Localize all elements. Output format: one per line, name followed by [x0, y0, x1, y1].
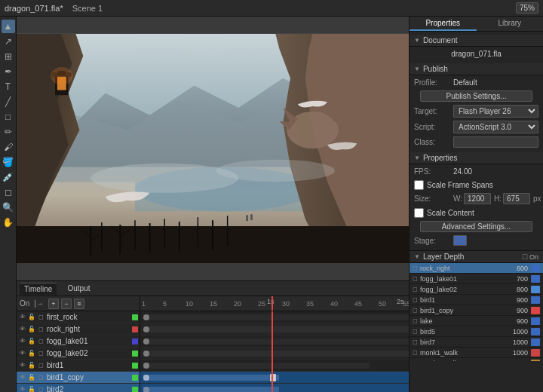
layer-depth-on-label: On [529, 253, 538, 261]
publish-label: Publish [423, 65, 448, 73]
layer-depth-color [531, 317, 540, 325]
layer-depth-row[interactable]: ◻ bird7 1000 [410, 337, 543, 348]
scene-label: Scene 1 [72, 4, 103, 13]
properties-section-header[interactable]: ▼ Properties [410, 152, 543, 164]
tab-library[interactable]: Library [477, 17, 544, 31]
brush-tool[interactable]: 🖌 [2, 140, 15, 154]
stage-color-label: Stage: [414, 237, 453, 245]
advanced-settings-btn[interactable]: Advanced Settings... [420, 221, 532, 232]
layer-depth-name: rock_right [420, 265, 499, 272]
layer-depth-section: ▼ Layer Depth ☐ On ◻ rock_right 600 ◻ fo… [410, 250, 543, 361]
height-input[interactable] [503, 193, 530, 204]
layer-depth-color [531, 360, 540, 362]
layer-depth-value: 1000 [499, 349, 528, 357]
layer-depth-row[interactable]: ◻ lake 900 [410, 316, 543, 326]
pen-tool[interactable]: ✒ [2, 65, 15, 78]
scale-frame-label: Scale Frame Spans [427, 181, 493, 189]
scale-content-checkbox[interactable] [414, 208, 424, 218]
width-input[interactable] [464, 193, 491, 204]
zoom-tool[interactable]: 🔍 [2, 201, 15, 214]
layer-row[interactable]: 👁 🔓 ◻ fogg_lake01 [17, 335, 140, 348]
layer-depth-icon: ◻ [413, 328, 420, 335]
paint-bucket-tool[interactable]: 🪣 [2, 155, 15, 169]
layer-row[interactable]: 👁 🔓 ◻ first_rock [17, 311, 140, 323]
layer-depth-color [531, 265, 540, 272]
tab-timeline[interactable]: Timeline [20, 283, 57, 295]
layer-depth-name: fogg_lake02 [420, 286, 499, 293]
layer-sep: |→ [34, 299, 44, 308]
scale-content-row: Scale Content [410, 206, 543, 219]
zoom-level[interactable]: 75% [516, 2, 538, 14]
frames-content [140, 311, 409, 392]
layer-depth-row[interactable]: ◻ monk1_walk 1000 [410, 348, 543, 358]
width-label: W: [453, 194, 462, 203]
eyedropper-tool[interactable]: 💉 [2, 170, 15, 184]
timeline-area: Timeline Output On |→ + − ≡ [17, 280, 409, 392]
layer-depth-name: bird1 [420, 296, 499, 304]
transform-tool[interactable]: ⊞ [2, 50, 15, 63]
layer-depth-color [531, 296, 540, 304]
right-tabs: Properties Library [410, 17, 543, 32]
pencil-tool[interactable]: ✏ [2, 125, 15, 139]
layer-depth-name: bird7 [420, 338, 499, 346]
eraser-tool[interactable]: ◻ [2, 185, 15, 199]
publish-section-header[interactable]: ▼ Publish [410, 63, 543, 75]
target-row: Target: Flash Player 26 [410, 103, 543, 119]
stage-color-swatch[interactable] [453, 235, 467, 246]
layer-depth-row[interactable]: ◻ bird1 900 [410, 295, 543, 305]
profile-value: Default [453, 78, 538, 87]
delete-layer-btn[interactable]: − [61, 299, 72, 309]
layer-depth-icon: ◻ [413, 265, 420, 271]
layer-depth-row[interactable]: ◻ fogg_lake01 700 [410, 274, 543, 284]
layer-row[interactable]: 👁 🔓 ◻ bird2 [17, 384, 140, 392]
subselect-tool[interactable]: ↗ [2, 35, 15, 48]
layer-depth-row[interactable]: ◻ rock_right 600 [410, 263, 543, 274]
fps-row: FPS: 24.00 [410, 164, 543, 178]
advanced-settings-row: Advanced Settings... [410, 219, 543, 234]
playhead-marker[interactable] [272, 296, 273, 311]
properties-content: ▼ Document dragon_071.fla ▼ Publish Prof… [410, 32, 543, 392]
layer-depth-row[interactable]: ◻ fogg_lake02 800 [410, 284, 543, 295]
layer-row[interactable]: 👁 🔓 ◻ fogg_lake02 [17, 348, 140, 360]
document-section-header[interactable]: ▼ Document [410, 35, 543, 47]
rect-tool[interactable]: □ [2, 110, 15, 124]
profile-row: Profile: Default [410, 75, 543, 89]
layers-list: 👁 🔓 ◻ first_rock 👁 🔓 ◻ rock_right [17, 311, 140, 392]
text-tool[interactable]: T [2, 80, 15, 93]
scale-frame-checkbox[interactable] [414, 180, 424, 190]
svg-point-35 [216, 160, 335, 182]
class-row: Class: [410, 135, 543, 149]
properties-label: Properties [423, 154, 458, 162]
layer-on-label: On [20, 299, 29, 308]
layer-depth-color [531, 338, 540, 346]
px-label: px [533, 194, 541, 203]
layer-depth-row[interactable]: ◻ bird5 1000 [410, 326, 543, 337]
tab-output[interactable]: Output [63, 283, 94, 294]
layer-options-btn[interactable]: ≡ [74, 299, 84, 309]
add-layer-btn[interactable]: + [48, 299, 59, 309]
layer-depth-name: monk1_walk [420, 349, 499, 357]
layer-row[interactable]: 👁 🔓 ◻ bird1 [17, 360, 140, 372]
tab-properties[interactable]: Properties [410, 17, 477, 31]
class-input[interactable] [453, 136, 538, 148]
publish-section: ▼ Publish Profile: Default Publish Setti… [410, 63, 543, 149]
layer-row[interactable]: 👁 🔓 ◻ rock_right [17, 323, 140, 335]
script-dropdown[interactable]: ActionScript 3.0 [453, 121, 538, 133]
layer-depth-name: bird1_copy [420, 307, 499, 314]
document-label: Document [423, 36, 458, 44]
stage-canvas [17, 17, 409, 280]
layer-depth-row[interactable]: ◻ bird1_copy 900 [410, 305, 543, 316]
layer-depth-color [531, 275, 540, 283]
target-dropdown[interactable]: Flash Player 26 [453, 105, 538, 118]
hand-tool[interactable]: ✋ [2, 216, 15, 229]
publish-settings-btn[interactable]: Publish Settings... [420, 90, 532, 102]
layer-depth-row[interactable]: ◻ monk2_walk 1000 [410, 358, 543, 361]
layer-row[interactable]: 👁 🔓 ◻ bird1_copy [17, 372, 140, 384]
layer-depth-icon: ◻ [413, 296, 420, 303]
line-tool[interactable]: ╱ [2, 95, 15, 109]
timeline-header: Timeline Output [17, 281, 409, 296]
layer-depth-header: ▼ Layer Depth ☐ On [410, 250, 543, 263]
select-tool[interactable]: ▲ [2, 20, 15, 33]
layer-panel: On |→ + − ≡ 👁 🔓 ◻ [17, 296, 140, 392]
fps-label: FPS: [414, 167, 453, 176]
